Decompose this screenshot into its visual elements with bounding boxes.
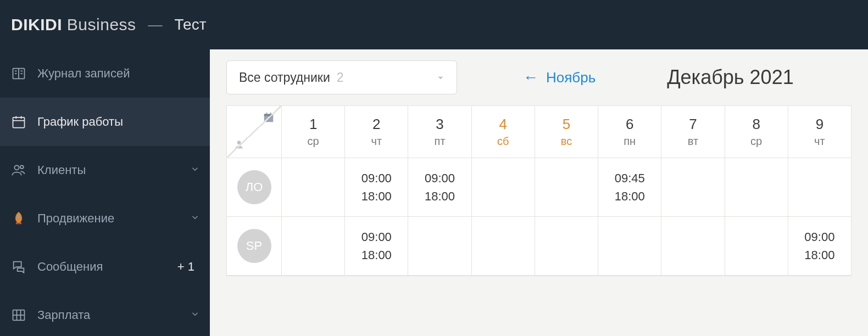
day-header[interactable]: 7 вт (661, 106, 725, 158)
time-cell[interactable]: 09:0018:00 (345, 158, 408, 217)
sidebar: Журнал записей График работы Клиенты Про… (0, 49, 210, 336)
employee-select[interactable]: Все сотрудники 2 (226, 60, 457, 94)
time-cell[interactable] (598, 217, 661, 276)
day-num: 2 (345, 116, 408, 133)
day-num: 6 (598, 116, 661, 133)
time-cell[interactable] (725, 217, 788, 276)
svg-marker-17 (438, 76, 443, 79)
time-cell[interactable] (661, 158, 725, 217)
time-end: 18:00 (615, 187, 645, 205)
user-small-icon (233, 139, 244, 152)
day-num: 8 (725, 116, 788, 133)
day-num: 1 (282, 116, 344, 133)
corner-cell (227, 106, 282, 158)
schedule-table: 1 ср 2 чт 3 пт 4 сб 5 вс (226, 105, 852, 276)
employee-cell[interactable]: ЛО (227, 158, 282, 217)
sidebar-item-journal[interactable]: Журнал записей (0, 49, 210, 98)
content: Все сотрудники 2 ← Ноябрь Декабрь 2021 (210, 49, 868, 336)
time-cell[interactable] (788, 158, 851, 217)
separator: — (148, 16, 163, 33)
time-cell[interactable]: 09:0018:00 (408, 158, 471, 217)
calendar-icon (10, 113, 27, 131)
current-month: Декабрь 2021 (667, 66, 793, 89)
chevron-down-icon (190, 308, 200, 322)
sidebar-item-label: Сообщения (37, 260, 177, 274)
sidebar-item-schedule[interactable]: График работы (0, 98, 210, 146)
time-cell[interactable] (535, 158, 598, 217)
day-header[interactable]: 4 сб (472, 106, 535, 158)
time-cell[interactable] (472, 158, 535, 217)
sidebar-item-promotion[interactable]: Продвижение (0, 194, 210, 243)
day-num: 4 (472, 116, 535, 133)
time-cell[interactable] (661, 217, 725, 276)
time-end: 18:00 (361, 246, 392, 264)
time-cell[interactable]: 09:4518:00 (598, 158, 661, 217)
sidebar-item-salary[interactable]: Зарплата (0, 291, 210, 336)
day-name: вс (535, 135, 598, 148)
svg-rect-20 (266, 113, 267, 115)
time-end: 18:00 (425, 187, 455, 205)
header: DIKIDI Business — Тест (0, 0, 868, 49)
time-start: 09:00 (425, 169, 455, 187)
brand-light: Business (67, 15, 136, 33)
messages-badge: + 1 (177, 260, 194, 274)
caret-down-icon (437, 70, 444, 85)
calendar-small-icon (263, 111, 275, 126)
time-start: 09:00 (361, 228, 392, 246)
time-end: 18:00 (361, 187, 392, 205)
time-cell[interactable] (472, 217, 535, 276)
messages-icon (10, 258, 27, 276)
sidebar-item-clients[interactable]: Клиенты (0, 146, 210, 194)
svg-rect-6 (13, 117, 25, 128)
day-header[interactable]: 1 ср (282, 106, 345, 158)
avatar: ЛО (237, 170, 271, 204)
time-cell[interactable] (535, 217, 598, 276)
arrow-left-icon: ← (523, 69, 538, 86)
day-header[interactable]: 3 пт (408, 106, 471, 158)
prev-month-label: Ноябрь (546, 69, 596, 86)
clients-icon (10, 161, 27, 179)
time-start: 09:00 (361, 169, 392, 187)
time-cell[interactable]: 09:0018:00 (788, 217, 851, 276)
day-name: пн (598, 135, 661, 148)
rocket-icon (10, 210, 27, 227)
svg-point-11 (20, 165, 24, 169)
toolbar: Все сотрудники 2 ← Ноябрь Декабрь 2021 (210, 49, 868, 105)
day-num: 5 (535, 116, 598, 133)
day-header[interactable]: 9 чт (788, 106, 851, 158)
day-header[interactable]: 6 пн (598, 106, 661, 158)
prev-month-link[interactable]: ← Ноябрь (523, 69, 596, 86)
employee-cell[interactable]: SP (227, 217, 282, 276)
day-header[interactable]: 2 чт (345, 106, 408, 158)
svg-point-10 (14, 165, 19, 170)
day-header[interactable]: 5 вс (535, 106, 598, 158)
day-header[interactable]: 8 ср (725, 106, 788, 158)
avatar: SP (237, 229, 271, 263)
select-label: Все сотрудники (239, 70, 330, 85)
day-num: 3 (408, 116, 471, 133)
time-start: 09:00 (804, 228, 834, 246)
sidebar-item-messages[interactable]: Сообщения + 1 (0, 243, 210, 291)
brand: DIKIDI Business (11, 15, 136, 34)
journal-icon (10, 65, 27, 82)
day-name: сб (472, 135, 535, 148)
schedule-employee-row: ЛО 09:0018:00 09:0018:00 09:4518:00 (227, 158, 851, 217)
schedule-header-row: 1 ср 2 чт 3 пт 4 сб 5 вс (227, 106, 851, 158)
chevron-down-icon (190, 211, 200, 226)
time-cell[interactable] (408, 217, 471, 276)
day-name: пт (408, 135, 471, 148)
svg-point-12 (18, 215, 20, 217)
chevron-down-icon (190, 163, 200, 177)
time-cell[interactable] (282, 217, 345, 276)
sidebar-item-label: Журнал записей (37, 66, 200, 81)
svg-rect-21 (270, 113, 271, 115)
day-name: ср (282, 135, 344, 148)
schedule-employee-row: SP 09:0018:00 09:0018:00 (227, 217, 851, 276)
time-cell[interactable]: 09:0018:00 (345, 217, 408, 276)
time-cell[interactable] (282, 158, 345, 217)
time-cell[interactable] (725, 158, 788, 217)
sidebar-item-label: Зарплата (37, 308, 190, 322)
sidebar-item-label: Клиенты (37, 163, 190, 177)
day-num: 9 (788, 116, 851, 133)
time-start: 09:45 (615, 169, 645, 187)
